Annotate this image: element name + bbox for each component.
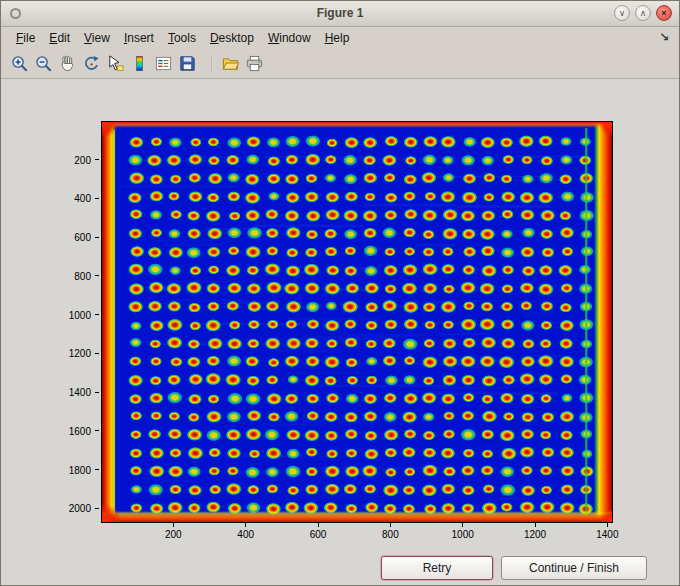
pan-icon (58, 54, 77, 73)
zoom-in-button[interactable] (7, 52, 31, 76)
data-cursor-icon (106, 54, 125, 73)
y-tick-label: 2000 (51, 503, 91, 514)
x-tick-mark (535, 523, 536, 527)
x-tick-mark (245, 523, 246, 527)
y-tick-label: 1000 (51, 310, 91, 321)
figure-canvas: Retry Continue / Finish 2004006008001000… (1, 79, 679, 585)
zoom-out-button[interactable] (31, 52, 55, 76)
data-cursor-button[interactable] (103, 52, 127, 76)
colorbar-button[interactable] (127, 52, 151, 76)
print-icon (245, 54, 264, 73)
shade-button[interactable]: ∨ (614, 5, 630, 21)
axes-image-plot[interactable] (101, 121, 613, 523)
print-button[interactable] (242, 52, 266, 76)
y-tick-mark (95, 237, 99, 238)
rotate-3d-button[interactable] (79, 52, 103, 76)
close-button[interactable]: × (656, 5, 672, 21)
menu-help[interactable]: Help (318, 29, 357, 47)
x-tick-label: 200 (151, 529, 195, 540)
legend-icon (154, 54, 173, 73)
menu-desktop[interactable]: Desktop (203, 29, 261, 47)
x-tick-label: 600 (296, 529, 340, 540)
y-tick-label: 800 (51, 271, 91, 282)
y-tick-label: 1600 (51, 426, 91, 437)
open-folder-button[interactable] (218, 52, 242, 76)
legend-button[interactable] (151, 52, 175, 76)
open-folder-icon (221, 54, 240, 73)
x-tick-label: 1000 (441, 529, 485, 540)
x-tick-mark (390, 523, 391, 527)
y-tick-mark (95, 508, 99, 509)
x-tick-mark (607, 523, 608, 527)
y-tick-mark (95, 314, 99, 315)
figure-window: Figure 1 ∨∧× FileEditViewInsertToolsDesk… (0, 0, 680, 586)
y-tick-label: 1400 (51, 387, 91, 398)
y-tick-mark (95, 469, 99, 470)
menu-insert[interactable]: Insert (117, 29, 161, 47)
x-tick-label: 1200 (513, 529, 557, 540)
x-tick-mark (173, 523, 174, 527)
y-tick-label: 600 (51, 232, 91, 243)
window-title: Figure 1 (1, 6, 679, 20)
y-tick-mark (95, 159, 99, 160)
retry-button[interactable]: Retry (381, 556, 493, 580)
menu-edit[interactable]: Edit (42, 29, 77, 47)
y-tick-mark (95, 275, 99, 276)
y-tick-label: 1200 (51, 348, 91, 359)
x-tick-label: 400 (224, 529, 268, 540)
colorbar-icon (130, 54, 149, 73)
menu-tools[interactable]: Tools (161, 29, 203, 47)
menu-items: FileEditViewInsertToolsDesktopWindowHelp (9, 27, 356, 49)
pan-button[interactable] (55, 52, 79, 76)
y-tick-mark (95, 353, 99, 354)
zoom-in-icon (10, 54, 29, 73)
menu-file[interactable]: File (9, 29, 42, 47)
microarray-image (102, 122, 612, 522)
y-tick-mark (95, 392, 99, 393)
rotate-3d-icon (82, 54, 101, 73)
y-tick-label: 200 (51, 155, 91, 166)
figure-toolbar (1, 49, 679, 79)
zoom-out-icon (34, 54, 53, 73)
dock-figure-icon[interactable]: ↘ (659, 30, 669, 44)
y-tick-label: 400 (51, 193, 91, 204)
maximize-button[interactable]: ∧ (635, 5, 651, 21)
y-tick-mark (95, 198, 99, 199)
save-icon (178, 54, 197, 73)
toolbar-separator (202, 55, 212, 73)
window-controls: ∨∧× (614, 5, 672, 21)
menu-view[interactable]: View (77, 29, 117, 47)
titlebar[interactable]: Figure 1 ∨∧× (1, 1, 679, 27)
menu-window[interactable]: Window (261, 29, 318, 47)
y-tick-label: 1800 (51, 465, 91, 476)
y-tick-mark (95, 430, 99, 431)
continue-finish-button[interactable]: Continue / Finish (501, 556, 647, 580)
x-tick-mark (462, 523, 463, 527)
menubar: FileEditViewInsertToolsDesktopWindowHelp… (1, 27, 679, 49)
x-tick-mark (318, 523, 319, 527)
x-tick-label: 1400 (585, 529, 629, 540)
x-tick-label: 800 (368, 529, 412, 540)
save-button[interactable] (175, 52, 199, 76)
